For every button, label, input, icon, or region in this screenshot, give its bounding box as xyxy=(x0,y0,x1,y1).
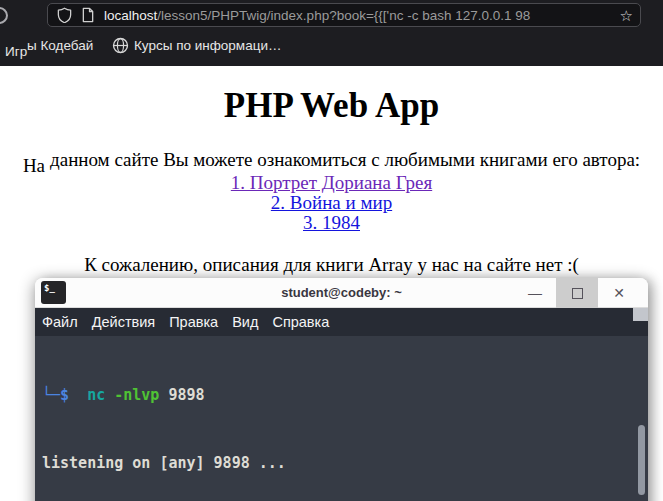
menu-file[interactable]: Файл xyxy=(42,314,78,330)
page-title: PHP Web App xyxy=(0,86,663,126)
terminal-prompt-line: └─$ nc -nlvp 9898 xyxy=(42,384,648,407)
bookmark-item-games-kodebay[interactable]: ы Кодебай xyxy=(27,38,93,53)
no-description-text: К сожалению, описания для книги Array у … xyxy=(0,254,663,276)
maximize-icon xyxy=(572,288,583,299)
intro-rest: данном сайте Вы можете ознакомиться с лю… xyxy=(50,149,640,170)
minimize-button[interactable]: — xyxy=(514,278,556,308)
tracking-shield-icon[interactable] xyxy=(57,7,72,23)
terminal-titlebar[interactable]: $_ student@codeby: ~ — ✕ xyxy=(35,278,648,308)
close-button[interactable]: ✕ xyxy=(598,278,640,308)
book-link-war-and-peace[interactable]: 2. Война и мир xyxy=(0,193,663,213)
url-path: /lesson5/PHPTwig/index.php?book={{['nc -… xyxy=(157,8,530,23)
url-text[interactable]: localhost/lesson5/PHPTwig/index.php?book… xyxy=(104,8,618,23)
prompt-symbol: └─$ xyxy=(42,386,69,404)
menu-help[interactable]: Справка xyxy=(272,314,329,330)
menu-actions[interactable]: Действия xyxy=(92,314,156,330)
book-link-dorian-gray[interactable]: 1. Портрет Дориана Грея xyxy=(0,173,663,193)
prompt-command: nc xyxy=(69,386,105,404)
clipped-toolbar-icon xyxy=(0,7,8,24)
terminal-line: listening on [any] 9898 ... xyxy=(42,452,648,475)
url-host: localhost xyxy=(104,8,157,23)
bookmarks-bar: Игр ы Кодебай Курсы по информаци… xyxy=(0,30,663,66)
page-info-icon[interactable] xyxy=(81,7,95,23)
scrollbar-thumb[interactable] xyxy=(638,425,645,495)
terminal-app-icon[interactable]: $_ xyxy=(41,281,66,304)
menu-view[interactable]: Вид xyxy=(232,314,258,330)
globe-icon xyxy=(112,37,129,54)
terminal-output-area[interactable]: └─$ nc -nlvp 9898 listening on [any] 989… xyxy=(35,336,648,501)
url-fade-overlay xyxy=(586,5,614,26)
address-bar[interactable]: localhost/lesson5/PHPTwig/index.php?book… xyxy=(47,3,641,27)
maximize-button[interactable] xyxy=(556,278,598,308)
intro-text: Наданном сайте Вы можете ознакомиться с … xyxy=(0,149,663,171)
browser-toolbar: localhost/lesson5/PHPTwig/index.php?book… xyxy=(0,0,663,66)
bookmark-star-icon[interactable]: ☆ xyxy=(620,8,633,23)
intro-first-word: На xyxy=(23,155,45,177)
book-link-1984[interactable]: 3. 1984 xyxy=(0,213,663,233)
terminal-menubar: Файл Действия Правка Вид Справка xyxy=(35,308,648,336)
prompt-arg: 9898 xyxy=(159,386,204,404)
scrollbar-corner xyxy=(633,308,648,321)
prompt-flags: -nlvp xyxy=(105,386,159,404)
bookmark-games-clipped-part[interactable]: Игр xyxy=(5,44,27,59)
menu-edit[interactable]: Правка xyxy=(169,314,218,330)
book-links: 1. Портрет Дориана Грея 2. Война и мир 3… xyxy=(0,173,663,233)
terminal-window: $_ student@codeby: ~ — ✕ Файл Действия П… xyxy=(35,278,648,501)
bookmark-item-courses[interactable]: Курсы по информаци… xyxy=(134,38,281,53)
window-controls: — ✕ xyxy=(514,278,640,308)
